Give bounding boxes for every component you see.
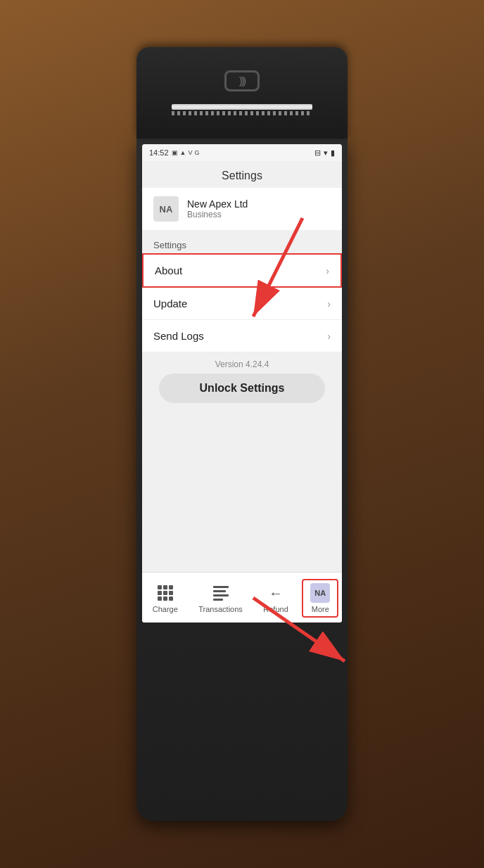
bottom-nav: Charge Transactions (142, 572, 342, 623)
device-body: 14:52 ▣ ▲ V G ⊟ ▾ ▮ Settings (136, 139, 348, 821)
menu-item-send-logs[interactable]: Send Logs › (142, 320, 342, 352)
menu-item-about[interactable]: About › (142, 253, 342, 288)
account-card[interactable]: NA New Apex Ltd Business (142, 188, 342, 230)
account-type: Business (187, 210, 248, 219)
status-right: ⊟ ▾ ▮ (314, 148, 335, 158)
time-display: 14:52 (149, 148, 169, 157)
more-icon: NA (310, 583, 330, 603)
more-avatar: NA (310, 583, 330, 603)
photo-icon: ▣ (172, 149, 178, 156)
settings-section-label: Settings (142, 234, 342, 253)
app-content: Settings NA New Apex Ltd Business Settin… (142, 161, 342, 623)
wifi-icon: ▾ (324, 148, 328, 158)
transactions-icon (211, 583, 231, 603)
paper-teeth (172, 111, 312, 115)
nav-transactions[interactable]: Transactions (191, 580, 250, 616)
nav-charge[interactable]: Charge (146, 580, 185, 616)
status-bar: 14:52 ▣ ▲ V G ⊟ ▾ ▮ (142, 144, 342, 161)
status-left: 14:52 ▣ ▲ V G (149, 148, 199, 157)
send-logs-chevron-icon: › (327, 331, 331, 342)
update-label: Update (153, 298, 187, 309)
nfc-symbol (224, 70, 260, 91)
unlock-settings-button[interactable]: Unlock Settings (159, 374, 325, 403)
status-icons: ▣ ▲ V G (172, 149, 200, 156)
transactions-label: Transactions (198, 605, 243, 613)
version-text: Version 4.24.4 (142, 352, 342, 374)
charge-label: Charge (153, 605, 178, 613)
refund-label: Refund (263, 605, 288, 613)
vpn-icon: V (188, 149, 192, 156)
alert-icon: ▲ (180, 149, 186, 156)
device-wrapper: 14:52 ▣ ▲ V G ⊟ ▾ ▮ Settings (122, 47, 362, 821)
nav-refund[interactable]: ← Refund (256, 580, 295, 616)
paper-slot (172, 104, 312, 110)
more-label: More (312, 605, 329, 613)
screen: 14:52 ▣ ▲ V G ⊟ ▾ ▮ Settings (142, 144, 342, 623)
about-chevron-icon: › (326, 265, 329, 276)
account-avatar: NA (153, 196, 179, 222)
google-icon: G (194, 149, 199, 156)
about-label: About (155, 264, 182, 276)
refund-icon: ← (266, 583, 286, 603)
account-name: New Apex Ltd (187, 198, 248, 210)
update-chevron-icon: › (327, 298, 331, 309)
account-info: New Apex Ltd Business (187, 198, 248, 219)
send-logs-label: Send Logs (153, 330, 204, 342)
battery-icon: ▮ (331, 148, 335, 158)
menu-item-update[interactable]: Update › (142, 288, 342, 320)
nav-more[interactable]: NA More (302, 579, 338, 618)
printer-status-icon: ⊟ (314, 148, 321, 158)
charge-icon (155, 583, 175, 603)
printer-top (136, 47, 348, 139)
page-title: Settings (142, 161, 342, 188)
